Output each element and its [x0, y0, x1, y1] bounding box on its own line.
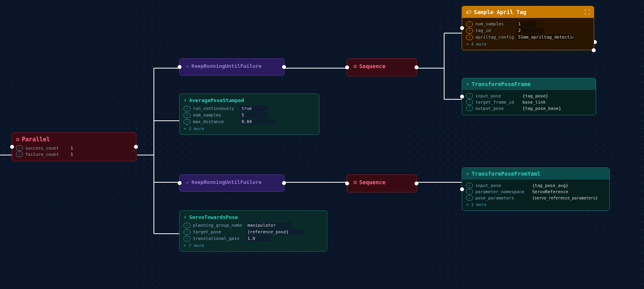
ty-input-port [460, 187, 464, 191]
tag-icon: 🏷 [466, 9, 471, 15]
servo-more[interactable]: + 7 more [183, 243, 323, 248]
sampletag-more[interactable]: + 4 more [466, 42, 590, 47]
parallel-output-port [134, 145, 138, 149]
kr2-input-port [178, 181, 182, 185]
sampletag-title: Sample April Tag [474, 9, 526, 15]
bolt-icon-avg: ⚡ [183, 97, 187, 103]
avgpose-title: ⚡ AveragePoseStamped [183, 97, 315, 103]
parallel-title: ⚙ Parallel [16, 136, 132, 143]
port-arrow-success: → [16, 145, 23, 151]
sequence1-title: ⚙ Sequence [353, 63, 410, 70]
expand-icon-sampletag[interactable]: ⛶ [584, 9, 590, 15]
sampletag-row-2: → apriltag_config 51mm_apriltag_detectio… [466, 34, 590, 40]
parallel-node: ⚙ Parallel → success_count 1 → failure_c… [12, 132, 136, 161]
servo-row-2: → translational_gain 1.0 [183, 236, 323, 241]
sampletag-node: 🏷 Sample April Tag ⛶ → num_samples 1 → t… [462, 6, 594, 50]
servo-title: ⚡ ServoTowardsPose [183, 214, 323, 220]
avgpose-row-0: → run_continuously true [183, 106, 315, 111]
parallel-row-failure: → failure_count 1 [16, 152, 132, 157]
sampletag-row-1: → tag_id 2 [466, 28, 590, 33]
pen-icon-2: ✏ [186, 179, 189, 185]
sampletag-row-0: → num_samples 1 [466, 21, 590, 27]
kr1-output-port [282, 65, 286, 69]
keeprunning1-node: ✏ KeepRunningUntilFailure [179, 58, 284, 76]
seq1-output-port [415, 65, 418, 69]
transformpose-title: TransformPoseFrame [471, 81, 531, 87]
transformyaml-header: ⚡ TransformPoseFromYaml [462, 168, 609, 180]
port-servo-1: → [183, 229, 191, 235]
port-avg-1: → [183, 113, 191, 118]
transformyaml-more[interactable]: + 1 more [466, 202, 605, 207]
keeprunning2-title: ✏ KeepRunningUntilFailure [186, 179, 278, 185]
parallel-row-success: → success_count 1 [16, 145, 132, 151]
transformyaml-title: TransformPoseFromYaml [471, 171, 540, 177]
port-tp-0: → [466, 93, 473, 99]
ty-row-2: → pose_parameters {servo_reference_param… [466, 195, 605, 201]
port-tag-0: → [466, 21, 473, 27]
port-ty-0: → [466, 183, 473, 188]
gear-icon: ⚙ [16, 136, 19, 143]
port-ty-1: → [466, 189, 473, 194]
bolt-icon-tp: ⚡ [466, 81, 469, 87]
servo-row-0: → planning_group_name manipulator [183, 222, 323, 228]
port-tag-2: → [466, 35, 473, 40]
pen-icon-1: ✏ [186, 63, 189, 69]
port-servo-0: → [183, 223, 191, 228]
avgpose-row-1: → num_samples 5 [183, 112, 315, 118]
sequence2-node: ⚙ Sequence [347, 174, 417, 192]
tp-row-0: → input_pose {tag_pose} [466, 93, 592, 99]
ty-row-0: → input_pose {tag_pose_avg} [466, 183, 605, 188]
tp-row-2: → output_pose {tag_pose_base} [466, 106, 592, 111]
transformpose-node: ⚡ TransformPoseFrame → input_pose {tag_p… [462, 78, 596, 115]
sequence2-title: ⚙ Sequence [353, 179, 410, 186]
port-avg-0: → [183, 106, 191, 111]
sampletag-input-port [460, 26, 464, 30]
seq2-input-port [345, 182, 349, 185]
sampletag-output-port [592, 48, 596, 52]
keeprunning1-title: ✏ KeepRunningUntilFailure [186, 63, 278, 69]
transformyaml-node: ⚡ TransformPoseFromYaml → input_pose {ta… [462, 167, 610, 211]
avgpose-node: ⚡ AveragePoseStamped → run_continuously … [179, 93, 319, 135]
port-tp-2: → [466, 106, 473, 111]
seq2-output-port [415, 182, 418, 185]
kr2-output-port [282, 181, 286, 185]
transformpose-header: ⚡ TransformPoseFrame [462, 78, 596, 90]
servo-row-1: → target_pose {reference_pose} [183, 229, 323, 235]
kr1-input-port [178, 65, 182, 69]
port-avg-2: → [183, 119, 191, 125]
port-tp-1: → [466, 99, 473, 105]
avgpose-row-2: → max_distance 0.04 [183, 119, 315, 125]
port-servo-2: → [183, 236, 191, 241]
gear-icon-seq1: ⚙ [353, 63, 357, 70]
port-arrow-failure: → [16, 152, 23, 157]
bolt-icon-servo: ⚡ [183, 214, 187, 220]
avgpose-more[interactable]: + 3 more [183, 126, 315, 131]
keeprunning2-node: ✏ KeepRunningUntilFailure [179, 174, 284, 192]
parallel-input-port [10, 145, 14, 149]
tp-input-port [460, 95, 464, 99]
port-ty-2: → [466, 195, 473, 201]
gear-icon-seq2: ⚙ [353, 179, 357, 186]
ty-row-1: → parameter_namespace ServoReference [466, 189, 605, 194]
port-tag-1: → [466, 28, 473, 33]
servo-node: ⚡ ServoTowardsPose → planning_group_name… [179, 210, 327, 252]
sampletag-header: 🏷 Sample April Tag ⛶ [462, 6, 594, 18]
seq1-input-port [345, 65, 349, 69]
bolt-icon-ty: ⚡ [466, 171, 469, 177]
tp-row-1: → target_frame_id base_link [466, 99, 592, 105]
sequence1-node: ⚙ Sequence [347, 58, 417, 76]
